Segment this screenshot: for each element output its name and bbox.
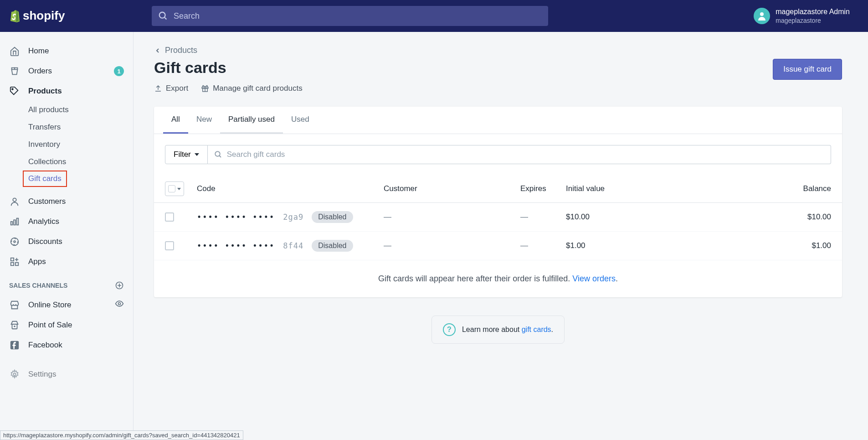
label: Discounts bbox=[28, 237, 62, 246]
search-cards-box[interactable] bbox=[208, 145, 831, 164]
label: Analytics bbox=[28, 217, 59, 226]
sidebar-sub-gift-cards[interactable]: Gift cards bbox=[23, 171, 67, 187]
table-row[interactable]: •••• •••• •••• 8f44Disabled — — $1.00 $1… bbox=[154, 232, 842, 260]
sidebar-sub-collections[interactable]: Collections bbox=[0, 153, 133, 171]
customer-cell: — bbox=[384, 241, 520, 250]
discounts-icon bbox=[9, 236, 20, 247]
sidebar-sub-inventory[interactable]: Inventory bbox=[0, 136, 133, 153]
label: Online Store bbox=[28, 300, 72, 310]
store-name: mageplazastore bbox=[776, 16, 850, 25]
label: Apps bbox=[28, 257, 46, 266]
view-orders-link[interactable]: View orders bbox=[572, 274, 616, 283]
col-customer[interactable]: Customer bbox=[384, 184, 520, 193]
user-menu[interactable]: mageplazastore Admin mageplazastore bbox=[754, 7, 868, 25]
col-code[interactable]: Code bbox=[197, 184, 384, 193]
label: Customers bbox=[28, 197, 66, 206]
sidebar-item-point-of-sale[interactable]: Point of Sale bbox=[0, 315, 133, 335]
svg-point-1 bbox=[159, 12, 165, 18]
sidebar-item-customers[interactable]: Customers bbox=[0, 192, 133, 212]
svg-rect-11 bbox=[11, 258, 14, 261]
help-icon: ? bbox=[443, 323, 456, 336]
gift-cards-card: All New Partially used Used Filter bbox=[154, 107, 842, 297]
svg-line-23 bbox=[219, 155, 221, 157]
page-header: Gift cards Export Manage gift card produ… bbox=[154, 59, 842, 93]
label: Orders bbox=[28, 67, 52, 76]
row-checkbox[interactable] bbox=[165, 212, 174, 222]
svg-point-5 bbox=[13, 198, 16, 202]
svg-point-17 bbox=[14, 326, 15, 327]
breadcrumb[interactable]: Products bbox=[154, 46, 842, 55]
col-initial[interactable]: Initial value bbox=[566, 184, 657, 193]
tab-partially-used[interactable]: Partially used bbox=[220, 107, 283, 134]
logo-area[interactable]: shopify bbox=[0, 9, 134, 23]
sidebar-sub-all-products[interactable]: All products bbox=[0, 101, 133, 119]
code-mask: •••• •••• •••• bbox=[197, 212, 275, 222]
sidebar-item-orders[interactable]: Orders 1 bbox=[0, 61, 133, 81]
filter-button[interactable]: Filter bbox=[165, 145, 208, 164]
balance-cell: $1.00 bbox=[790, 241, 831, 250]
settings-icon bbox=[9, 369, 20, 380]
sidebar-item-home[interactable]: Home bbox=[0, 41, 133, 61]
svg-point-3 bbox=[760, 12, 764, 16]
search-input[interactable] bbox=[174, 11, 542, 21]
eye-icon[interactable] bbox=[115, 299, 124, 311]
balance-cell: $10.00 bbox=[790, 212, 831, 222]
sidebar-item-online-store[interactable]: Online Store bbox=[0, 295, 133, 315]
caret-down-icon bbox=[177, 188, 181, 190]
label: Settings bbox=[28, 370, 56, 379]
main-content: Products Gift cards Export Manage gift c… bbox=[134, 32, 863, 357]
products-icon bbox=[9, 86, 20, 97]
customers-icon bbox=[9, 196, 20, 207]
online-store-icon bbox=[9, 300, 20, 311]
sales-channels-header: SALES CHANNELS bbox=[0, 272, 133, 295]
shopify-logo: shopify bbox=[9, 9, 68, 23]
sidebar-item-products[interactable]: Products bbox=[0, 81, 133, 101]
page-title: Gift cards bbox=[154, 59, 303, 77]
label: Products bbox=[28, 87, 62, 96]
row-checkbox[interactable] bbox=[165, 241, 174, 250]
tab-all[interactable]: All bbox=[163, 107, 188, 134]
label: Point of Sale bbox=[28, 321, 72, 330]
expires-cell: — bbox=[520, 212, 566, 222]
learn-more-card[interactable]: ? Learn more about gift cards. bbox=[431, 316, 565, 344]
tab-new[interactable]: New bbox=[188, 107, 220, 134]
search-box[interactable] bbox=[152, 6, 548, 26]
sidebar-item-settings[interactable]: Settings bbox=[0, 364, 133, 384]
search-icon bbox=[158, 11, 168, 21]
sidebar: Home Orders 1 Products All products Tran… bbox=[0, 32, 134, 440]
sidebar-sub-transfers[interactable]: Transfers bbox=[0, 119, 133, 136]
svg-rect-7 bbox=[14, 220, 15, 225]
orders-icon bbox=[9, 66, 20, 77]
user-name: mageplazastore Admin bbox=[776, 7, 850, 17]
expires-cell: — bbox=[520, 241, 566, 250]
col-balance[interactable]: Balance bbox=[790, 184, 831, 193]
svg-rect-6 bbox=[11, 222, 13, 225]
label: Facebook bbox=[28, 341, 62, 350]
svg-point-9 bbox=[11, 238, 19, 246]
orders-badge: 1 bbox=[114, 66, 124, 76]
add-channel-icon[interactable] bbox=[115, 281, 124, 290]
tabs: All New Partially used Used bbox=[154, 107, 842, 134]
tab-used[interactable]: Used bbox=[283, 107, 318, 134]
learn-more: ? Learn more about gift cards. bbox=[154, 316, 842, 344]
gift-cards-help-link[interactable]: gift cards bbox=[522, 326, 551, 333]
svg-point-19 bbox=[13, 373, 16, 376]
select-all-checkbox[interactable] bbox=[165, 181, 184, 196]
sidebar-item-analytics[interactable]: Analytics bbox=[0, 212, 133, 232]
empty-message: Gift cards will appear here after their … bbox=[154, 260, 842, 297]
manage-products-button[interactable]: Manage gift card products bbox=[201, 84, 303, 93]
export-button[interactable]: Export bbox=[154, 84, 188, 93]
issue-gift-card-button[interactable]: Issue gift card bbox=[773, 59, 842, 80]
col-expires[interactable]: Expires bbox=[520, 184, 566, 193]
sidebar-item-facebook[interactable]: Facebook bbox=[0, 335, 133, 355]
svg-rect-8 bbox=[17, 218, 19, 225]
home-icon bbox=[9, 46, 20, 57]
table-row[interactable]: •••• •••• •••• 2ga9Disabled — — $10.00 $… bbox=[154, 203, 842, 232]
code-suffix: 2ga9 bbox=[283, 212, 303, 222]
sidebar-item-discounts[interactable]: Discounts bbox=[0, 232, 133, 252]
sidebar-item-apps[interactable]: Apps bbox=[0, 252, 133, 272]
pos-icon bbox=[9, 320, 20, 331]
search-cards-input[interactable] bbox=[227, 150, 824, 159]
label: Home bbox=[28, 47, 49, 56]
apps-icon bbox=[9, 256, 20, 267]
